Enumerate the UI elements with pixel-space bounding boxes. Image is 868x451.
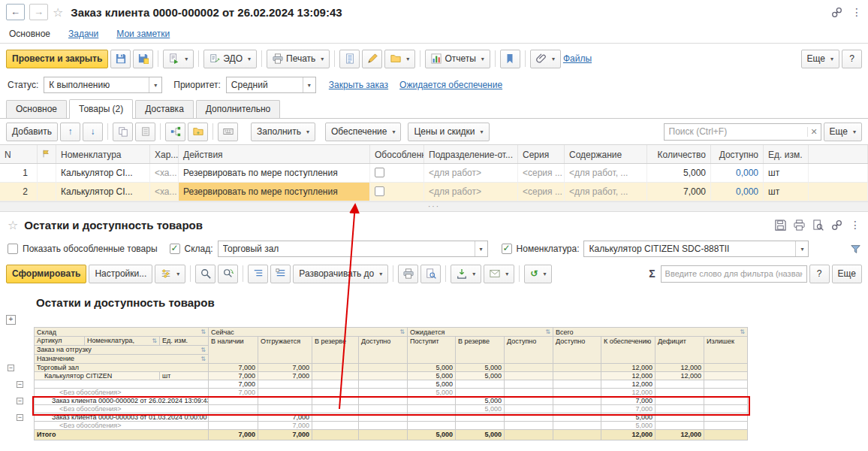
nav-tab-notes[interactable]: Мои заметки — [116, 29, 170, 39]
post-and-close-button[interactable]: Провести и закрыть — [6, 50, 108, 68]
characteristic-cell[interactable]: <ха... — [150, 164, 179, 182]
delete-row-button[interactable] — [135, 123, 155, 141]
clear-search-icon[interactable]: ✕ — [807, 127, 821, 137]
back-button[interactable]: ← — [6, 4, 25, 20]
save-report-icon[interactable] — [775, 219, 786, 231]
report-column-header[interactable]: В резерве — [456, 337, 505, 364]
series-cell[interactable]: <серия ... — [518, 183, 565, 201]
panel-splitter[interactable]: ··· — [0, 201, 868, 212]
separate-checkbox[interactable] — [375, 186, 384, 196]
more-button[interactable]: Еще▾ — [801, 50, 839, 68]
quantity-cell[interactable]: 5,000 — [647, 164, 711, 182]
col-unit[interactable]: Ед. изм. — [764, 145, 809, 163]
nomenclature-cell[interactable]: Калькулятор CI... — [56, 183, 150, 201]
report-row[interactable]: −7,0005,00012,000 — [6, 380, 868, 389]
nav-tab-main[interactable]: Основное — [9, 29, 50, 39]
action-cell[interactable]: Резервировать по мере поступления — [179, 164, 370, 182]
help-button[interactable]: ? — [842, 50, 862, 68]
generate-button[interactable]: Сформировать — [6, 265, 86, 283]
report-column-header[interactable]: Доступно — [505, 337, 553, 364]
report-column-header[interactable]: Дефицит — [656, 337, 704, 364]
nomenclature-checkbox[interactable] — [502, 244, 512, 254]
col-quantity[interactable]: Количество — [647, 145, 711, 163]
report-column-header[interactable]: Излишек — [704, 337, 748, 364]
sort-icon[interactable]: ⇅ — [545, 328, 550, 337]
post-document-button[interactable]: ▾ — [163, 50, 194, 68]
reports-button[interactable]: Отчеты▾ — [425, 50, 490, 68]
favorite-star-icon[interactable]: ☆ — [8, 218, 18, 232]
nomenclature-header[interactable]: Номенклатура,⇅ — [85, 337, 160, 346]
items-more-button[interactable]: Еще▾ — [824, 123, 862, 141]
report-row[interactable]: <Без обособления>7,0005,00012,000 — [6, 389, 868, 397]
report-row[interactable]: <Без обособления>5,0007,000 — [6, 405, 868, 413]
col-characteristic[interactable]: Хар... — [150, 145, 179, 163]
search-input[interactable] — [665, 124, 807, 140]
filter-funnel-icon[interactable] — [851, 244, 860, 254]
article-header[interactable]: Артикул — [34, 337, 85, 346]
expand-groups-button[interactable] — [270, 265, 291, 283]
col-n[interactable]: N — [0, 145, 38, 163]
expand-all-icon[interactable]: + — [6, 315, 16, 325]
sort-icon[interactable]: ⇅ — [399, 328, 405, 337]
move-down-button[interactable]: ↓ — [83, 123, 103, 141]
report-row[interactable]: Итого7,0007,0005,0005,00012,00012,000 — [6, 430, 868, 440]
warehouse-group-header[interactable]: Склад⇅ — [34, 327, 209, 337]
save-create-button[interactable] — [133, 50, 153, 68]
report-help-button[interactable]: ? — [809, 265, 830, 283]
warehouse-checkbox[interactable] — [170, 244, 180, 254]
chevron-down-icon[interactable]: ▾ — [149, 77, 161, 92]
chevron-down-icon[interactable]: ▾ — [795, 241, 808, 256]
report-row[interactable]: Калькулятор CITIZENшт7,0007,0005,0005,00… — [6, 372, 868, 380]
col-separate[interactable]: Обособленно — [370, 145, 424, 163]
table-row[interactable]: 2 Калькулятор CI... <ха... Резервировать… — [0, 183, 868, 201]
find-button[interactable] — [195, 265, 215, 283]
report-column-header[interactable]: К обеспечению — [601, 337, 656, 364]
total-group-header[interactable]: Всего⇅ — [553, 327, 748, 337]
print-report-icon[interactable] — [794, 219, 805, 231]
report-row[interactable]: −Заказ клиента 0000-000003 от 01.03.2024… — [6, 413, 868, 422]
more-menu-icon[interactable]: ⋮ — [851, 6, 862, 18]
tree-collapse-icon[interactable]: − — [17, 398, 23, 404]
tree-collapse-icon[interactable]: − — [8, 365, 14, 371]
report-print-button[interactable] — [398, 265, 418, 283]
add-row-button[interactable]: Добавить — [6, 123, 58, 141]
report-column-header[interactable]: В резерве — [312, 337, 359, 364]
forward-button[interactable]: → — [29, 4, 48, 20]
action-cell[interactable]: Резервировать по мере поступления — [179, 183, 370, 201]
pick-items-button[interactable] — [165, 123, 185, 141]
chevron-down-icon[interactable]: ▾ — [303, 77, 315, 92]
edit-button[interactable] — [362, 50, 382, 68]
attach-button[interactable]: ▾ — [530, 50, 561, 68]
characteristic-cell[interactable]: <ха... — [150, 183, 179, 201]
resend-button[interactable]: ↺▾ — [524, 265, 552, 283]
unit-header[interactable]: Ед. изм. — [160, 337, 209, 346]
edo-button[interactable]: ЭДО▾ — [203, 50, 257, 68]
link-icon[interactable] — [831, 7, 842, 18]
warehouse-combo[interactable]: Торговый зал▾ — [218, 241, 488, 257]
department-cell[interactable]: <для работ> — [424, 183, 518, 201]
sort-icon[interactable]: ⇅ — [200, 346, 206, 354]
content-cell[interactable]: <для работ, ... — [565, 164, 647, 182]
purpose-header[interactable]: Назначение⇅ — [34, 355, 209, 364]
report-column-header[interactable]: Доступно — [553, 337, 601, 364]
move-up-button[interactable]: ↑ — [60, 123, 80, 141]
quantity-cell[interactable]: 7,000 — [647, 183, 711, 201]
expected-group-header[interactable]: Ожидается⇅ — [408, 327, 553, 337]
col-nomenclature[interactable]: Номенклатура — [56, 145, 150, 163]
tree-collapse-icon[interactable]: − — [17, 414, 23, 421]
send-email-button[interactable]: ▾ — [484, 265, 514, 283]
col-series[interactable]: Серия — [518, 145, 565, 163]
refresh-search-button[interactable] — [218, 265, 238, 283]
report-column-header[interactable]: Доступно — [359, 337, 408, 364]
tab-goods[interactable]: Товары (2) — [69, 99, 133, 119]
export-button[interactable]: ▾ — [451, 265, 481, 283]
settings-variants-button[interactable]: ▾ — [155, 265, 185, 283]
report-row[interactable]: <Без обособления>7,0005,000 — [6, 422, 868, 430]
col-content[interactable]: Содержание — [565, 145, 647, 163]
settings-button[interactable]: Настройки... — [89, 265, 152, 283]
bookmark-button[interactable] — [500, 50, 520, 68]
folder-button[interactable]: ▾ — [384, 50, 415, 68]
tab-main[interactable]: Основное — [6, 100, 67, 118]
barcode-button[interactable] — [218, 123, 238, 141]
table-row[interactable]: 1 Калькулятор CI... <ха... Резервировать… — [0, 164, 868, 183]
